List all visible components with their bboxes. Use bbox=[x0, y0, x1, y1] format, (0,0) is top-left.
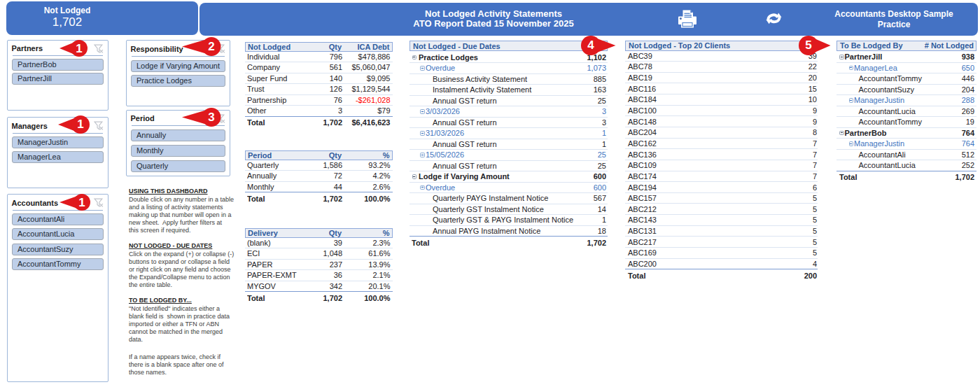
svg-text:4: 4 bbox=[587, 38, 594, 52]
svg-text:5: 5 bbox=[805, 38, 811, 52]
svg-text:3: 3 bbox=[208, 111, 214, 124]
svg-text:2: 2 bbox=[208, 40, 214, 53]
svg-text:1: 1 bbox=[78, 196, 85, 209]
svg-text:1: 1 bbox=[76, 42, 82, 55]
svg-text:1: 1 bbox=[77, 118, 83, 131]
